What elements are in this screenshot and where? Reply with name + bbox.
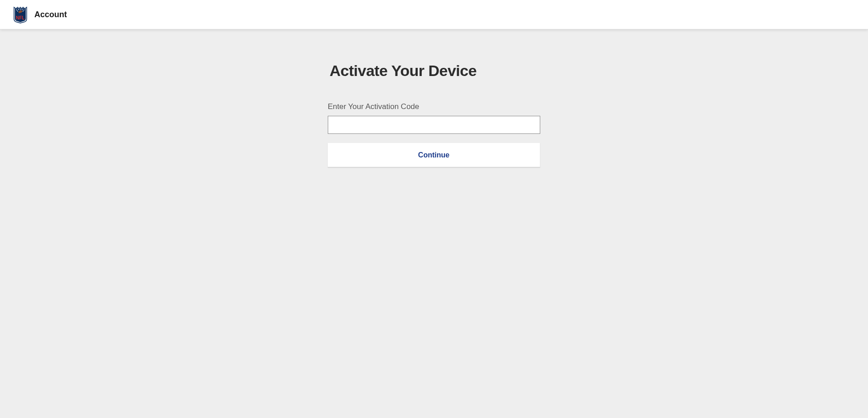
svg-point-1 — [18, 9, 19, 10]
header-title: Account — [34, 10, 67, 19]
svg-point-3 — [22, 9, 23, 10]
logo-wrap: NFL Account — [14, 5, 67, 24]
svg-point-4 — [24, 10, 24, 10]
main-content: Activate Your Device Enter Your Activati… — [328, 29, 540, 167]
svg-point-7 — [23, 11, 24, 12]
nfl-logo-icon: NFL — [14, 5, 27, 24]
svg-point-5 — [17, 11, 18, 12]
header: NFL Account — [0, 0, 868, 29]
svg-point-2 — [20, 9, 21, 10]
activation-code-input[interactable] — [328, 116, 540, 134]
page-title: Activate Your Device — [328, 62, 540, 80]
continue-button[interactable]: Continue — [328, 143, 540, 167]
svg-point-0 — [16, 10, 17, 10]
svg-text:NFL: NFL — [16, 15, 24, 20]
activation-code-label: Enter Your Activation Code — [328, 102, 540, 111]
